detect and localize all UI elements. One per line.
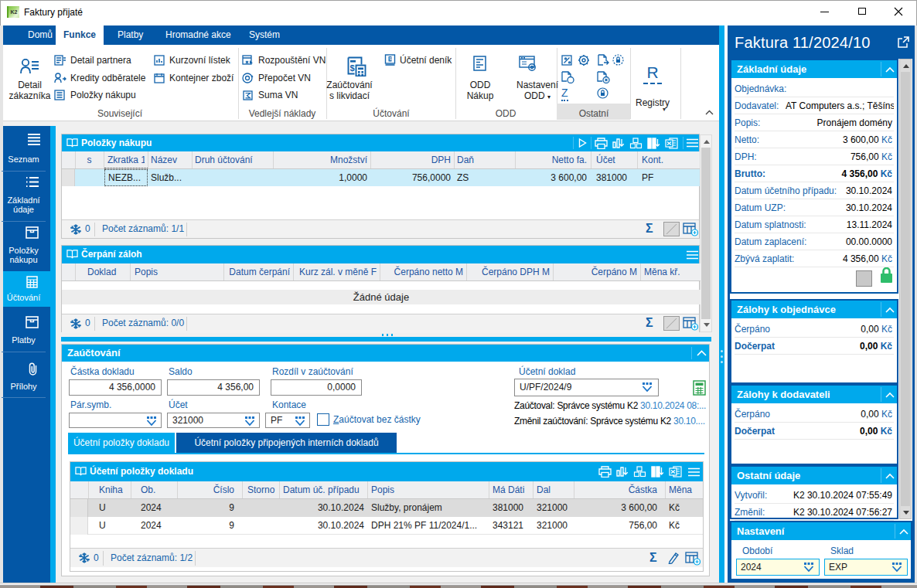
svg-text:$: $ [350,63,355,73]
svg-text:$: $ [389,56,391,61]
